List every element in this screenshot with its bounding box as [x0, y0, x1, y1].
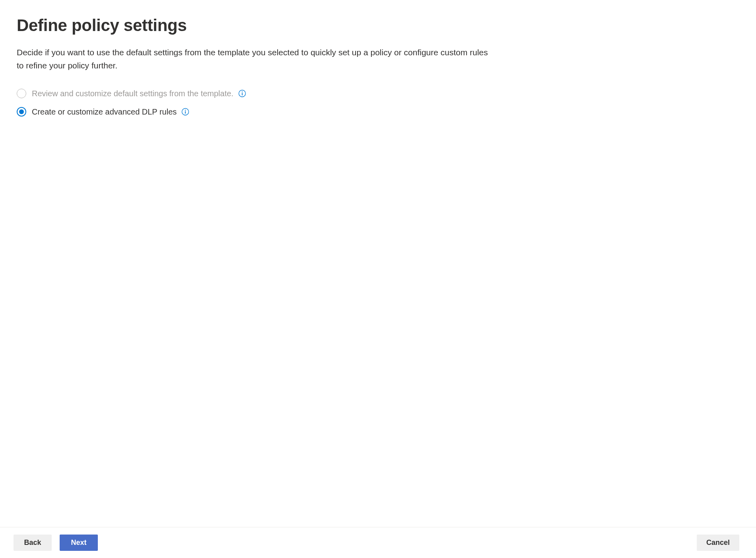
svg-rect-2	[242, 93, 243, 95]
radio-label-advanced-rules: Create or customize advanced DLP rules	[32, 107, 177, 117]
radio-option-default-settings: Review and customize default settings fr…	[17, 89, 739, 98]
svg-point-4	[185, 110, 186, 111]
radio-checked-dot	[19, 109, 24, 114]
svg-rect-5	[185, 111, 186, 114]
wizard-footer: Back Next Cancel	[0, 527, 756, 558]
radio-option-advanced-rules[interactable]: Create or customize advanced DLP rules	[17, 107, 739, 117]
radio-input-advanced-rules[interactable]	[17, 107, 26, 117]
radio-label-default-settings: Review and customize default settings fr…	[32, 89, 233, 98]
radio-input-default-settings	[17, 89, 26, 98]
page-title: Define policy settings	[17, 16, 739, 35]
info-icon[interactable]	[181, 108, 189, 116]
policy-settings-radio-group: Review and customize default settings fr…	[17, 89, 739, 117]
page-description: Decide if you want to use the default se…	[17, 46, 494, 72]
main-content: Define policy settings Decide if you wan…	[0, 0, 756, 527]
svg-point-1	[242, 91, 243, 92]
back-button[interactable]: Back	[14, 535, 52, 551]
cancel-button[interactable]: Cancel	[697, 535, 739, 551]
next-button[interactable]: Next	[60, 535, 98, 551]
info-icon[interactable]	[238, 89, 246, 97]
